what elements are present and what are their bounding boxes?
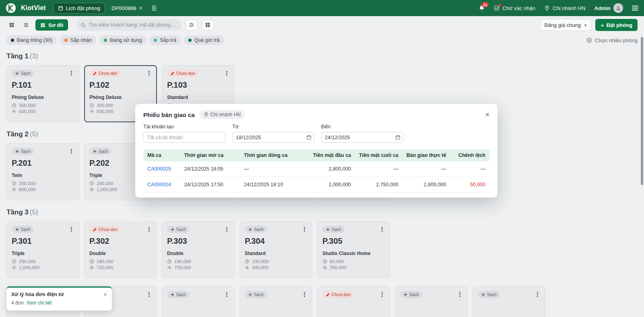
plus-circle-icon [586, 37, 592, 43]
account-input[interactable] [143, 132, 225, 143]
room-card[interactable]: Sạch ⋮ [473, 286, 545, 317]
room-card[interactable]: Sạch ⋮ [395, 286, 468, 317]
room-type: Standard [167, 95, 229, 100]
room-card[interactable]: Sạch ⋮ P.301 Triple 250,000 1,000,000 [6, 221, 79, 278]
room-card[interactable]: Sạch ⋮ [162, 286, 235, 317]
search-input[interactable] [89, 22, 177, 28]
kebab-menu-icon[interactable]: ⋮ [379, 292, 385, 297]
close-icon[interactable]: × [139, 5, 142, 11]
kebab-menu-icon[interactable]: ⋮ [301, 226, 307, 232]
account-label: Tài khoản tạo [143, 124, 225, 130]
schedule-button[interactable]: Lịch đặt phòng [53, 3, 105, 14]
handover: 2,800,000 [402, 177, 450, 193]
room-card[interactable]: Sạch ⋮ [239, 286, 312, 317]
clock-icon [89, 103, 94, 108]
room-card[interactable]: Chưa dọn ⋮ P.302 Double 180,000 720,000 [84, 221, 157, 278]
room-price-hour: 200,000 [12, 181, 74, 186]
room-card[interactable]: Sạch ⋮ P.305 Studio Classic Home 80,000 … [317, 221, 390, 278]
kebab-menu-icon[interactable]: ⋮ [68, 70, 74, 76]
room-card[interactable]: Sạch ⋮ P.201 Twin 200,000 800,000 [6, 143, 79, 200]
hamburger-menu-icon[interactable] [632, 6, 638, 10]
kebab-menu-icon[interactable]: ⋮ [301, 292, 307, 297]
shift-code-link[interactable]: CA000024 [143, 177, 180, 193]
room-card[interactable]: Sạch ⋮ P.304 Standard 100,000 300,000 [239, 221, 312, 278]
branch-selector[interactable]: Chi nhánh HN [544, 5, 586, 11]
grid-view-icon[interactable] [6, 20, 17, 30]
notification-badge: 11 [481, 2, 489, 7]
cash-start: 2,800,000 [304, 161, 355, 177]
pending-confirm-button[interactable]: Chờ xác nhận [494, 5, 535, 11]
kebab-menu-icon[interactable]: ⋮ [68, 148, 74, 154]
shift-code-link[interactable]: CA000025 [143, 161, 180, 177]
price-list-dropdown[interactable]: Bảng giá chung ▾ [540, 19, 591, 31]
kebab-menu-icon[interactable]: ⋮ [457, 292, 462, 297]
sliders-icon [189, 22, 194, 28]
room-status-badge: Chưa dọn [322, 291, 354, 298]
multi-select-rooms-button[interactable]: Chọn nhiều phòng [586, 37, 638, 43]
room-status-badge: Sạch [245, 226, 267, 233]
calendar-icon[interactable] [395, 135, 400, 140]
calendar-icon[interactable] [306, 135, 312, 140]
modal-branch-badge: Chi nhánh HN [200, 110, 245, 119]
filter-button[interactable] [186, 19, 198, 31]
kebab-menu-icon[interactable]: ⋮ [146, 70, 152, 76]
avatar[interactable] [613, 3, 623, 13]
kebab-menu-icon[interactable]: ⋮ [224, 226, 229, 232]
room-status-badge: Chưa dọn [89, 226, 121, 233]
receipt-icon[interactable] [151, 5, 157, 11]
location-pin-icon [544, 5, 550, 11]
sparkle-icon [248, 292, 252, 297]
broom-icon [93, 227, 97, 232]
kebab-menu-icon[interactable]: ⋮ [68, 226, 74, 232]
filter-chip-arriving[interactable]: Sắp nhận [60, 35, 97, 45]
book-room-button[interactable]: + Đặt phòng [595, 19, 638, 31]
handover: — [402, 161, 450, 177]
room-card[interactable]: Sạch ⋮ P.101 Phòng Deluxe 300,000 600,00… [6, 65, 79, 122]
toast-close-icon[interactable]: × [103, 292, 107, 297]
difference: 50,000 [450, 177, 489, 193]
room-price-hour: 180,000 [167, 259, 229, 264]
kebab-menu-icon[interactable]: ⋮ [535, 292, 540, 297]
filter-chip-overdue[interactable]: Quá giờ trả [184, 35, 224, 45]
filter-chip-inuse[interactable]: Đang sử dụng [99, 35, 146, 45]
room-price-day: 1,000,000 [12, 265, 74, 270]
notifications-button[interactable]: 11 [479, 5, 485, 11]
sparkle-icon [403, 292, 408, 297]
room-card[interactable]: Sạch ⋮ P.303 Double 180,000 720,000 [162, 221, 235, 278]
kebab-menu-icon[interactable]: ⋮ [224, 292, 229, 297]
map-grid-icon [40, 23, 45, 28]
room-price-hour: 100,000 [245, 259, 307, 264]
filter-chip-empty[interactable]: Đang trống (30) [6, 35, 57, 45]
status-dot [64, 39, 68, 42]
room-price-day: 600,000 [12, 109, 74, 114]
room-card[interactable]: Chưa dọn ⋮ [317, 286, 390, 317]
modal-close-icon[interactable]: × [485, 111, 489, 118]
sparkle-icon [15, 71, 19, 76]
room-code: P.101 [12, 80, 74, 90]
kebab-menu-icon[interactable]: ⋮ [224, 70, 229, 76]
sun-icon [89, 109, 94, 114]
to-date-input[interactable] [321, 132, 403, 143]
kebab-menu-icon[interactable]: ⋮ [146, 292, 152, 297]
brand-name: KiotViet [21, 4, 46, 12]
broom-icon [170, 71, 175, 76]
kebab-menu-icon[interactable]: ⋮ [379, 226, 385, 232]
toast-detail-link[interactable]: Xem chi tiết [27, 300, 52, 306]
table-row: CA000024 24/12/2025 17:50 24/12/2025 18:… [143, 177, 489, 193]
booking-tab[interactable]: DP000866 × [111, 5, 142, 11]
cash-start: 1,000,000 [304, 177, 355, 193]
room-code: P.201 [12, 158, 74, 168]
room-status-badge: Sạch [478, 291, 500, 298]
search-box[interactable] [76, 19, 182, 31]
top-navbar: KiotViet Lịch đặt phòng DP000866 × 11 Ch… [0, 0, 644, 16]
from-date-input[interactable] [232, 132, 314, 143]
map-view-button[interactable]: Sơ đồ [35, 19, 68, 31]
user-menu[interactable]: Admin [594, 3, 623, 13]
status-dot [104, 39, 107, 42]
filter-chip-checkout-soon[interactable]: Sắp trả [149, 35, 180, 45]
room-code: P.103 [167, 80, 229, 90]
layout-button[interactable] [202, 19, 214, 31]
kebab-menu-icon[interactable]: ⋮ [146, 226, 152, 232]
vertical-scrollbar[interactable] [641, 37, 643, 185]
list-view-icon[interactable] [21, 20, 31, 30]
